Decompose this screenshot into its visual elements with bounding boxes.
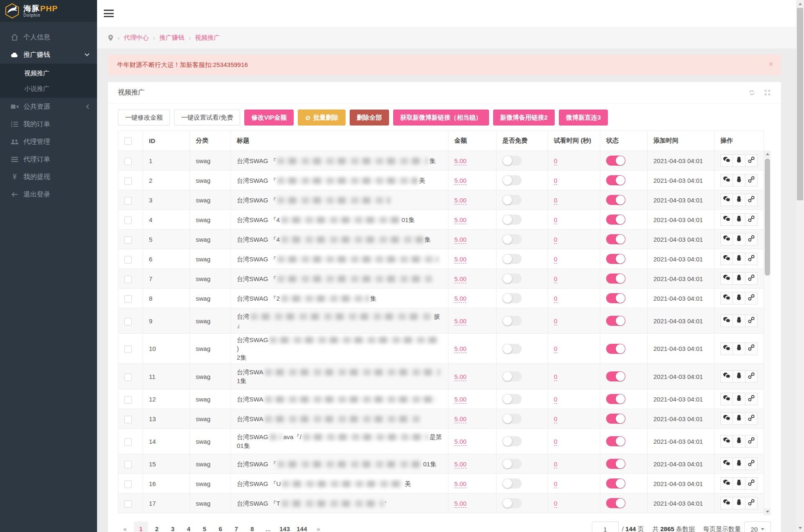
wechat-share-button[interactable] xyxy=(720,233,733,246)
trial-time-editable[interactable]: 0 xyxy=(554,157,557,165)
row-checkbox[interactable] xyxy=(124,197,132,205)
qq-share-button[interactable] xyxy=(732,292,745,304)
amount-editable[interactable]: 5.00 xyxy=(454,480,466,488)
status-toggle[interactable] xyxy=(606,254,625,264)
page-button[interactable]: 7 xyxy=(229,522,243,532)
amount-editable[interactable]: 5.00 xyxy=(454,177,466,185)
wechat-share-button[interactable] xyxy=(720,154,733,167)
sidebar-item-agent-orders[interactable]: 代理订单 xyxy=(0,151,97,168)
copy-link-button[interactable] xyxy=(745,435,758,448)
row-checkbox[interactable] xyxy=(124,158,132,165)
copy-link-button[interactable] xyxy=(745,393,758,405)
edit-vip-amount-button[interactable]: 修改VIP金额 xyxy=(244,110,294,125)
free-toggle[interactable] xyxy=(502,478,522,489)
status-toggle[interactable] xyxy=(606,156,625,166)
page-button[interactable]: 144 xyxy=(294,522,310,532)
page-button[interactable]: 2 xyxy=(150,522,164,532)
row-checkbox[interactable] xyxy=(124,500,132,508)
free-toggle[interactable] xyxy=(502,175,522,185)
trial-time-editable[interactable]: 0 xyxy=(554,480,557,488)
status-toggle[interactable] xyxy=(606,175,625,185)
amount-editable[interactable]: 5.00 xyxy=(454,438,466,446)
row-checkbox[interactable] xyxy=(124,416,132,423)
copy-link-button[interactable] xyxy=(745,213,758,226)
weibo-direct3-button[interactable]: 微博新直连3 xyxy=(559,110,608,125)
status-toggle[interactable] xyxy=(606,274,625,284)
sidebar-item-profile[interactable]: 个人信息 xyxy=(0,28,97,46)
status-toggle[interactable] xyxy=(606,498,625,508)
copy-link-button[interactable] xyxy=(745,477,758,490)
status-toggle[interactable] xyxy=(606,459,625,469)
wechat-share-button[interactable] xyxy=(720,213,733,226)
row-checkbox[interactable] xyxy=(124,461,132,468)
free-toggle[interactable] xyxy=(502,394,522,404)
row-checkbox[interactable] xyxy=(124,481,132,488)
qq-share-button[interactable] xyxy=(732,497,745,509)
sidebar-item-my-withdrawal[interactable]: ¥ 我的提现 xyxy=(0,168,97,186)
row-checkbox[interactable] xyxy=(124,438,132,446)
qq-share-button[interactable] xyxy=(732,194,745,206)
trial-time-editable[interactable]: 0 xyxy=(554,438,557,446)
trial-time-editable[interactable]: 0 xyxy=(554,317,557,325)
prev-page-button[interactable]: « xyxy=(118,522,132,532)
copy-link-button[interactable] xyxy=(745,343,758,355)
next-page-button[interactable]: » xyxy=(311,522,325,532)
free-toggle[interactable] xyxy=(502,414,522,424)
amount-editable[interactable]: 5.00 xyxy=(454,460,466,468)
weibo-backup-link2-button[interactable]: 新微博备用链接2 xyxy=(493,110,555,125)
page-button[interactable]: 5 xyxy=(197,522,212,532)
row-checkbox[interactable] xyxy=(124,295,132,303)
wechat-share-button[interactable] xyxy=(720,194,733,206)
amount-editable[interactable]: 5.00 xyxy=(454,157,466,165)
status-toggle[interactable] xyxy=(606,344,625,354)
status-toggle[interactable] xyxy=(606,293,625,303)
app-logo[interactable]: 海豚PHP Dolphin xyxy=(0,0,97,22)
scroll-up-button[interactable] xyxy=(764,151,771,158)
sidebar-item-promotion[interactable]: 推广赚钱 xyxy=(0,46,97,64)
page-scroll-down-button[interactable] xyxy=(796,524,804,532)
wechat-share-button[interactable] xyxy=(720,370,733,383)
wechat-share-button[interactable] xyxy=(720,343,733,355)
wechat-share-button[interactable] xyxy=(720,477,733,490)
copy-link-button[interactable] xyxy=(745,194,758,206)
row-checkbox[interactable] xyxy=(124,345,132,353)
row-checkbox[interactable] xyxy=(124,177,132,185)
free-toggle[interactable] xyxy=(502,195,522,205)
free-toggle[interactable] xyxy=(502,254,522,264)
wechat-share-button[interactable] xyxy=(720,497,733,509)
qq-share-button[interactable] xyxy=(732,412,745,425)
trial-time-editable[interactable]: 0 xyxy=(554,256,557,263)
amount-editable[interactable]: 5.00 xyxy=(454,275,466,283)
wechat-share-button[interactable] xyxy=(720,272,733,285)
free-toggle[interactable] xyxy=(502,436,522,446)
page-button[interactable]: 143 xyxy=(277,522,292,532)
amount-editable[interactable]: 5.00 xyxy=(454,345,466,353)
qq-share-button[interactable] xyxy=(732,253,745,265)
trial-time-editable[interactable]: 0 xyxy=(554,295,557,303)
row-checkbox[interactable] xyxy=(124,396,132,404)
copy-link-button[interactable] xyxy=(745,370,758,383)
breadcrumb-link-agent-center[interactable]: 代理中心 xyxy=(124,34,149,42)
qq-share-button[interactable] xyxy=(732,233,745,246)
page-jump-input[interactable] xyxy=(592,522,619,532)
qq-share-button[interactable] xyxy=(732,343,745,355)
free-toggle[interactable] xyxy=(502,234,522,244)
scroll-down-button[interactable] xyxy=(764,508,771,515)
free-toggle[interactable] xyxy=(502,498,522,508)
batch-set-trial-free-button[interactable]: 一键设置试看/免费 xyxy=(174,110,240,125)
status-toggle[interactable] xyxy=(606,436,625,446)
status-toggle[interactable] xyxy=(606,414,625,424)
amount-editable[interactable]: 5.00 xyxy=(454,317,466,325)
breadcrumb-link-video-promo[interactable]: 视频推广 xyxy=(195,34,220,42)
free-toggle[interactable] xyxy=(502,459,522,469)
row-checkbox[interactable] xyxy=(124,318,132,325)
copy-link-button[interactable] xyxy=(745,154,758,167)
qq-share-button[interactable] xyxy=(732,370,745,383)
free-toggle[interactable] xyxy=(502,316,522,326)
wechat-share-button[interactable] xyxy=(720,174,733,187)
trial-time-editable[interactable]: 0 xyxy=(554,460,557,468)
wechat-share-button[interactable] xyxy=(720,393,733,405)
qq-share-button[interactable] xyxy=(732,213,745,226)
copy-link-button[interactable] xyxy=(745,233,758,246)
sidebar-item-public-resources[interactable]: 公共资源 xyxy=(0,98,97,115)
